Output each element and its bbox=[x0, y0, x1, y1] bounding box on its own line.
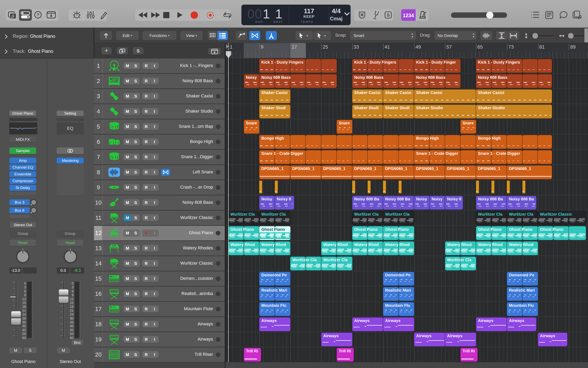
svg-text:?: ? bbox=[37, 12, 39, 17]
svg-text:S: S bbox=[387, 13, 390, 18]
